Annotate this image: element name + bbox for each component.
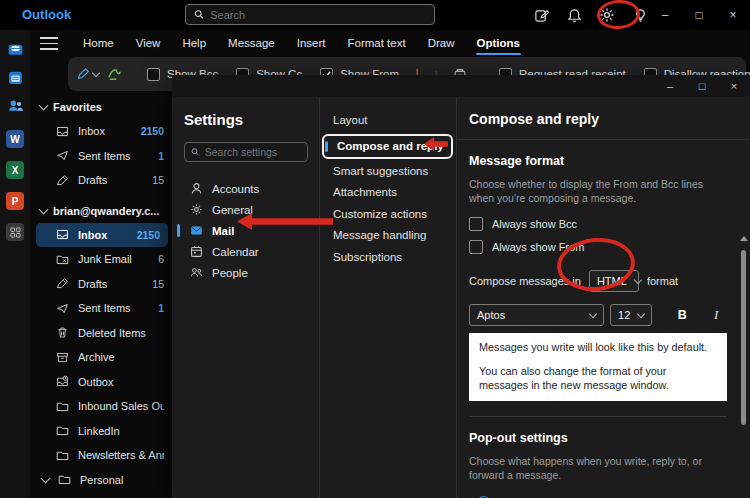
nav-label: General [212, 204, 253, 216]
item-count: 15 [152, 278, 164, 290]
folder-label: LinkedIn [78, 425, 164, 437]
divider [469, 416, 727, 417]
subnav-layout[interactable]: Layout [320, 110, 456, 132]
subnav-smart-suggestions[interactable]: Smart suggestions [320, 161, 456, 183]
popout-settings-description: Choose what happens when you write, repl… [469, 454, 724, 482]
sidebar-item-drafts-favorite[interactable]: Drafts 15 [30, 168, 172, 193]
sidebar-item-inbox-favorite[interactable]: Inbox 2150 [30, 119, 172, 144]
sidebar-item-archive[interactable]: Archive [30, 345, 172, 370]
notifications-bell-icon[interactable] [564, 5, 584, 25]
tips-lightbulb-icon[interactable] [630, 5, 650, 25]
chevron-down-icon [41, 473, 51, 483]
chevron-down-icon [634, 276, 642, 284]
rail-people-icon[interactable] [6, 96, 24, 114]
dialog-maximize-button[interactable]: □ [686, 75, 718, 97]
favorites-section-header[interactable]: Favorites [30, 95, 172, 119]
settings-nav-people[interactable]: People [184, 262, 307, 283]
editor-icon[interactable] [107, 67, 122, 82]
always-show-from-option[interactable]: Always show From [469, 238, 726, 256]
message-format-dropdown[interactable]: HTML [589, 270, 639, 292]
format-suffix-label: format [647, 275, 678, 287]
italic-button[interactable]: I [706, 307, 726, 323]
hamburger-menu-icon[interactable] [40, 37, 58, 50]
settings-dialog: – □ × Settings Accounts General Mail [172, 75, 750, 498]
sidebar-item-inbound-sales[interactable]: Inbound Sales Out... [30, 394, 172, 419]
rail-word-icon[interactable]: W [6, 130, 24, 148]
sidebar-item-outbox[interactable]: Outbox [30, 370, 172, 395]
sidebar-item-newsletters[interactable]: Newsletters & Ann... [30, 443, 172, 468]
subnav-compose-and-reply[interactable]: Compose and reply [322, 134, 453, 159]
window-maximize-button[interactable]: □ [682, 0, 716, 30]
scroll-up-arrow-icon[interactable] [740, 236, 748, 241]
tab-options[interactable]: Options [466, 31, 531, 56]
account-section-header[interactable]: brian@qwandery.c... [30, 199, 172, 223]
notes-icon[interactable] [531, 5, 551, 25]
font-family-value: Aptos [477, 309, 505, 321]
rail-powerpoint-icon[interactable]: P [6, 192, 24, 210]
message-format-title: Message format [469, 154, 726, 168]
popout-settings-title: Pop-out settings [469, 431, 726, 445]
write-inline-option[interactable]: Write inline [469, 492, 726, 498]
tab-message[interactable]: Message [217, 31, 286, 56]
tab-draw[interactable]: Draw [417, 31, 466, 56]
sidebar-item-personal[interactable]: Personal [30, 468, 172, 493]
sidebar-item-junk[interactable]: Junk Email 6 [30, 247, 172, 272]
settings-search[interactable] [184, 142, 308, 162]
subnav-attachments[interactable]: Attachments [320, 182, 456, 204]
folder-label: Outbox [78, 376, 164, 388]
window-close-button[interactable]: × [716, 0, 750, 30]
settings-gear-icon[interactable] [597, 5, 617, 25]
window-minimize-button[interactable]: – [648, 0, 682, 30]
always-show-bcc-option[interactable]: Always show Bcc [469, 215, 726, 233]
settings-nav-mail[interactable]: Mail [184, 220, 307, 241]
tab-insert[interactable]: Insert [286, 31, 337, 56]
compose-messages-in-label: Compose messages in [469, 275, 581, 287]
search-icon [191, 147, 200, 157]
unread-count: 1 [158, 302, 164, 314]
scrollbar-thumb[interactable] [741, 250, 746, 425]
font-family-dropdown[interactable]: Aptos [469, 304, 604, 326]
rail-more-apps-icon[interactable] [6, 223, 24, 241]
settings-nav-general[interactable]: General [184, 199, 307, 220]
tab-view[interactable]: View [125, 31, 172, 56]
folder-label: Newsletters & Ann... [78, 449, 164, 461]
sidebar-item-sent-favorite[interactable]: Sent Items 1 [30, 144, 172, 169]
preview-line-2: You can also change the format of your m… [479, 364, 717, 393]
subnav-customize-actions[interactable]: Customize actions [320, 204, 456, 226]
panel-heading: Compose and reply [457, 97, 750, 139]
sidebar-item-deleted[interactable]: Deleted Items [30, 321, 172, 346]
settings-title: Settings [184, 111, 307, 128]
chevron-down-icon [39, 204, 49, 214]
settings-nav-accounts[interactable]: Accounts [184, 178, 307, 199]
pen-tool-icon[interactable] [76, 67, 99, 81]
dialog-close-button[interactable]: × [718, 75, 750, 97]
rail-mail-icon[interactable] [6, 40, 24, 58]
settings-nav-calendar[interactable]: Calendar [184, 241, 307, 262]
nav-label: People [212, 267, 248, 279]
subnav-message-handling[interactable]: Message handling [320, 225, 456, 247]
format-value: HTML [597, 275, 627, 287]
search-input[interactable] [210, 9, 426, 21]
sidebar-item-linkedin[interactable]: LinkedIn [30, 419, 172, 444]
sidebar-item-drafts[interactable]: Drafts 15 [30, 272, 172, 297]
tab-home[interactable]: Home [72, 31, 125, 56]
panel-scrollbar[interactable] [740, 222, 747, 498]
sidebar-item-sent[interactable]: Sent Items 1 [30, 296, 172, 321]
settings-search-input[interactable] [205, 146, 301, 158]
folder-label: Personal [80, 474, 164, 486]
message-format-description: Choose whether to display the From and B… [469, 177, 724, 205]
sidebar-item-inbox[interactable]: Inbox 2150 [36, 223, 168, 248]
folder-label: Archive [78, 351, 164, 363]
tab-help[interactable]: Help [171, 31, 217, 56]
global-search[interactable] [185, 4, 435, 25]
gear-icon [190, 203, 203, 216]
rail-excel-icon[interactable]: X [6, 161, 24, 179]
folder-label: Inbox [78, 229, 128, 241]
person-icon [190, 182, 203, 195]
subnav-subscriptions[interactable]: Subscriptions [320, 247, 456, 269]
dialog-minimize-button[interactable]: – [654, 75, 686, 97]
bold-button[interactable]: B [672, 308, 692, 322]
rail-calendar-icon[interactable] [6, 68, 24, 86]
tab-format-text[interactable]: Format text [337, 31, 417, 56]
font-size-dropdown[interactable]: 12 [610, 304, 652, 326]
